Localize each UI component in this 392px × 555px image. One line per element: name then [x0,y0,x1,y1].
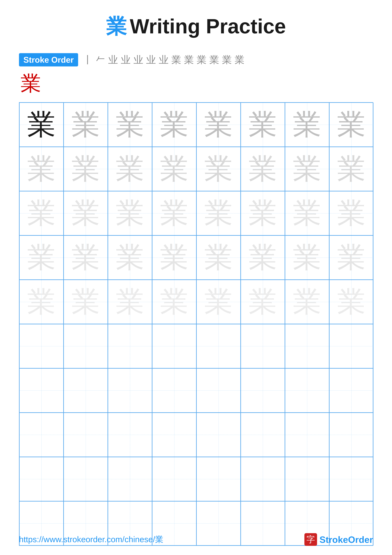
practice-char: 業 [27,155,56,183]
stroke-step-1: 丨 [83,53,93,66]
grid-cell-r9c2[interactable] [64,457,108,501]
stroke-step-2: 𠂉 [95,54,105,66]
grid-cell-r5c7[interactable]: 業 [285,280,329,324]
practice-char: 業 [160,110,188,139]
grid-cell-r5c6[interactable]: 業 [241,280,285,324]
grid-cell-r6c2[interactable] [64,324,108,368]
grid-cell-r9c6[interactable] [241,457,285,501]
grid-cell-r9c5[interactable] [196,457,241,501]
grid-cell-r3c7[interactable]: 業 [285,191,329,235]
practice-char: 業 [27,243,56,272]
practice-char: 業 [293,110,321,139]
grid-cell-r1c3[interactable]: 業 [108,102,152,147]
grid-cell-r7c2[interactable] [64,368,108,413]
grid-cell-r6c3[interactable] [108,324,152,368]
grid-cell-r6c6[interactable] [241,324,285,368]
grid-cell-r5c1[interactable]: 業 [19,280,64,324]
grid-cell-r5c5[interactable]: 業 [196,280,241,324]
practice-char: 業 [160,243,188,272]
grid-cell-r7c7[interactable] [285,368,329,413]
practice-char: 業 [337,155,366,183]
grid-cell-r5c4[interactable]: 業 [152,280,196,324]
stroke-step-9: 業 [184,53,194,66]
stroke-sequence: 丨 𠂉 业 业 业 业 业 業 業 業 業 業 業 [83,53,244,66]
grid-cell-r2c4[interactable]: 業 [152,147,196,191]
grid-cell-r6c1[interactable] [19,324,64,368]
grid-cell-r3c3[interactable]: 業 [108,191,152,235]
grid-cell-r4c4[interactable]: 業 [152,235,196,280]
grid-cell-r6c8[interactable] [329,324,373,368]
grid-cell-r9c1[interactable] [19,457,64,501]
char-large-display: 業 [21,70,373,97]
grid-cell-r2c5[interactable]: 業 [196,147,241,191]
grid-cell-r9c8[interactable] [329,457,373,501]
practice-char: 業 [337,288,366,316]
practice-char: 業 [116,110,144,139]
grid-cell-r8c5[interactable] [196,413,241,457]
practice-char: 業 [293,243,321,272]
practice-char: 業 [249,110,277,139]
grid-cell-r4c2[interactable]: 業 [64,235,108,280]
practice-char: 業 [204,243,233,272]
grid-cell-r2c6[interactable]: 業 [241,147,285,191]
practice-grid: 業 業 業 業 業 業 業 業 業 業 業 [19,102,373,546]
grid-cell-r7c6[interactable] [241,368,285,413]
grid-cell-r9c7[interactable] [285,457,329,501]
grid-cell-r1c7[interactable]: 業 [285,102,329,147]
grid-cell-r8c8[interactable] [329,413,373,457]
grid-cell-r1c1[interactable]: 業 [19,102,64,147]
stroke-step-5: 业 [134,53,143,66]
grid-cell-r1c2[interactable]: 業 [64,102,108,147]
grid-cell-r4c3[interactable]: 業 [108,235,152,280]
practice-char: 業 [204,288,233,316]
grid-cell-r8c1[interactable] [19,413,64,457]
grid-cell-r4c6[interactable]: 業 [241,235,285,280]
grid-cell-r8c2[interactable] [64,413,108,457]
grid-cell-r6c4[interactable] [152,324,196,368]
grid-cell-r4c5[interactable]: 業 [196,235,241,280]
grid-cell-r3c1[interactable]: 業 [19,191,64,235]
grid-cell-r3c2[interactable]: 業 [64,191,108,235]
grid-cell-r7c5[interactable] [196,368,241,413]
grid-cell-r5c8[interactable]: 業 [329,280,373,324]
practice-char: 業 [293,155,321,183]
grid-cell-r8c6[interactable] [241,413,285,457]
grid-cell-r5c2[interactable]: 業 [64,280,108,324]
grid-cell-r6c5[interactable] [196,324,241,368]
grid-cell-r4c8[interactable]: 業 [329,235,373,280]
grid-cell-r9c4[interactable] [152,457,196,501]
grid-cell-r6c7[interactable] [285,324,329,368]
grid-cell-r4c1[interactable]: 業 [19,235,64,280]
grid-cell-r3c5[interactable]: 業 [196,191,241,235]
practice-char: 業 [160,288,188,316]
grid-cell-r2c1[interactable]: 業 [19,147,64,191]
grid-cell-r1c5[interactable]: 業 [196,102,241,147]
page-title: 業Writing Practice [19,13,373,41]
grid-cell-r7c1[interactable] [19,368,64,413]
grid-cell-r2c3[interactable]: 業 [108,147,152,191]
grid-cell-r5c3[interactable]: 業 [108,280,152,324]
grid-cell-r8c3[interactable] [108,413,152,457]
practice-char: 業 [249,155,277,183]
practice-char: 業 [204,199,233,227]
grid-cell-r3c4[interactable]: 業 [152,191,196,235]
practice-char: 業 [204,110,233,139]
grid-cell-r8c7[interactable] [285,413,329,457]
grid-cell-r8c4[interactable] [152,413,196,457]
grid-cell-r7c3[interactable] [108,368,152,413]
grid-cell-r2c2[interactable]: 業 [64,147,108,191]
grid-cell-r2c7[interactable]: 業 [285,147,329,191]
practice-char: 業 [71,155,100,183]
practice-char: 業 [71,110,100,139]
grid-cell-r4c7[interactable]: 業 [285,235,329,280]
grid-cell-r7c4[interactable] [152,368,196,413]
grid-cell-r1c8[interactable]: 業 [329,102,373,147]
grid-cell-r1c6[interactable]: 業 [241,102,285,147]
grid-cell-r3c8[interactable]: 業 [329,191,373,235]
practice-char: 業 [116,199,144,227]
grid-cell-r9c3[interactable] [108,457,152,501]
grid-cell-r3c6[interactable]: 業 [241,191,285,235]
grid-cell-r1c4[interactable]: 業 [152,102,196,147]
grid-cell-r7c8[interactable] [329,368,373,413]
grid-cell-r2c8[interactable]: 業 [329,147,373,191]
